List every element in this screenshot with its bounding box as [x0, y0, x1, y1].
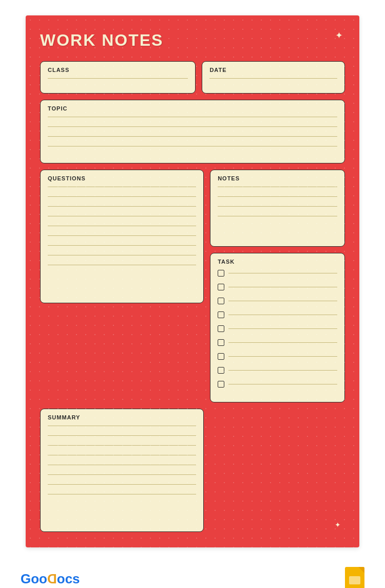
topic-label: TOPIC: [48, 105, 337, 112]
q-line-8: [48, 255, 196, 255]
s-line-2: [48, 435, 196, 436]
task-item-3[interactable]: [218, 298, 337, 304]
topic-line-3: [48, 136, 337, 137]
topic-lines: [48, 115, 337, 156]
class-line-1: [48, 78, 188, 79]
summary-lines: [48, 424, 196, 504]
questions-notes-row: QUESTIONS NOTES: [40, 170, 345, 402]
s-line-4: [48, 455, 196, 455]
logo-d: D: [47, 571, 57, 587]
summary-field[interactable]: SUMMARY: [40, 409, 204, 532]
slides-icon-area: Slides: [345, 567, 364, 588]
checkbox-4[interactable]: [218, 311, 224, 318]
q-line-6: [48, 235, 196, 236]
logo-goo: Goo: [21, 571, 47, 586]
sparkle-icon: ✦: [335, 30, 343, 41]
n-line-3: [218, 206, 337, 207]
task-line-9: [228, 384, 337, 384]
page-wrapper: ✦ ✦ ✦ WORK NOTES CLASS DATE TOPIC: [0, 0, 385, 588]
task-line-2: [228, 287, 337, 287]
q-line-2: [48, 196, 196, 197]
task-line-1: [228, 273, 337, 273]
topic-field[interactable]: TOPIC: [40, 100, 345, 163]
date-field[interactable]: DATE: [202, 61, 345, 94]
task-item-4[interactable]: [218, 311, 337, 318]
date-line-1: [209, 78, 337, 79]
task-item-8[interactable]: [218, 367, 337, 374]
task-item-6[interactable]: [218, 339, 337, 346]
logo: GooDocs: [21, 571, 80, 587]
task-line-4: [228, 315, 337, 315]
q-line-3: [48, 206, 196, 207]
summary-row: SUMMARY: [40, 409, 345, 532]
q-line-9: [48, 265, 196, 265]
topic-line-4: [48, 146, 337, 146]
questions-label: QUESTIONS: [48, 175, 196, 181]
summary-label: SUMMARY: [48, 414, 196, 420]
topic-line-1: [48, 117, 337, 117]
notes-label: NOTES: [218, 175, 337, 181]
footer: GooDocs www.thegoodocs.com Slides: [0, 558, 385, 588]
task-line-8: [228, 370, 337, 371]
checkbox-3[interactable]: [218, 298, 224, 304]
task-item-2[interactable]: [218, 284, 337, 290]
checkbox-1[interactable]: [218, 270, 224, 277]
task-line-6: [228, 342, 337, 343]
n-line-4: [218, 216, 337, 216]
s-line-7: [48, 484, 196, 485]
document-area: ✦ ✦ ✦ WORK NOTES CLASS DATE TOPIC: [26, 15, 359, 547]
task-line-3: [228, 301, 337, 301]
class-label: CLASS: [48, 67, 188, 73]
task-line-7: [228, 356, 337, 357]
sparkle2-icon: ✦: [45, 498, 51, 506]
date-label: DATE: [209, 67, 337, 73]
checkbox-2[interactable]: [218, 284, 224, 290]
class-field[interactable]: CLASS: [40, 61, 196, 94]
task-item-5[interactable]: [218, 325, 337, 332]
n-line-1: [218, 187, 337, 187]
s-line-8: [48, 494, 196, 494]
class-date-row: CLASS DATE: [40, 61, 345, 94]
sparkle3-icon: ✦: [335, 521, 341, 529]
task-item-9[interactable]: [218, 381, 337, 388]
checkbox-8[interactable]: [218, 367, 224, 374]
class-lines: [48, 76, 188, 88]
notes-field[interactable]: NOTES: [210, 170, 345, 247]
notes-lines: [218, 185, 337, 226]
task-lines: [218, 268, 337, 395]
checkbox-9[interactable]: [218, 381, 224, 388]
n-line-2: [218, 196, 337, 197]
checkbox-5[interactable]: [218, 325, 224, 332]
logo-area: GooDocs www.thegoodocs.com: [21, 571, 80, 588]
topic-line-2: [48, 126, 337, 127]
page-title: WORK NOTES: [40, 31, 345, 50]
q-line-4: [48, 216, 196, 216]
s-line-1: [48, 426, 196, 426]
task-item-7[interactable]: [218, 353, 337, 360]
date-lines: [209, 76, 337, 88]
task-item-1[interactable]: [218, 270, 337, 277]
q-line-7: [48, 245, 196, 246]
q-line-5: [48, 226, 196, 226]
q-line-1: [48, 187, 196, 187]
questions-lines: [48, 185, 196, 274]
s-line-3: [48, 445, 196, 446]
checkbox-7[interactable]: [218, 353, 224, 360]
task-field[interactable]: TASK: [210, 253, 345, 402]
right-column: NOTES TASK: [210, 170, 345, 402]
logo-ocs: ocs: [57, 571, 80, 586]
slides-doc-icon: [345, 567, 364, 588]
checkbox-6[interactable]: [218, 339, 224, 346]
slides-inner: [349, 576, 360, 584]
s-line-5: [48, 465, 196, 465]
task-label: TASK: [218, 259, 337, 265]
questions-field[interactable]: QUESTIONS: [40, 170, 204, 303]
s-line-6: [48, 474, 196, 475]
task-line-5: [228, 328, 337, 329]
